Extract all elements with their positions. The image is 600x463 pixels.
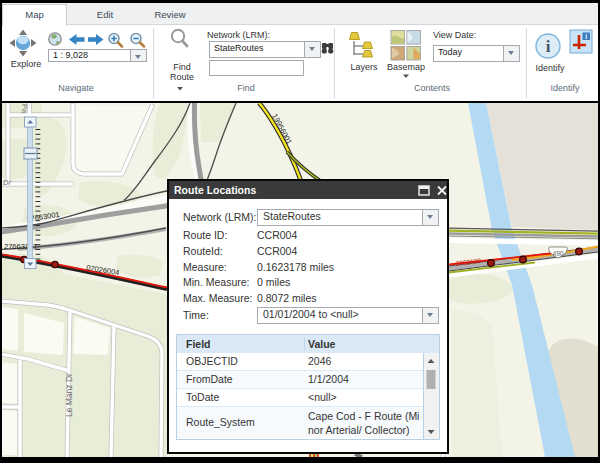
svg-text:i: i: [546, 37, 551, 56]
svg-text:2766310T: 2766310T: [4, 242, 38, 251]
svg-text:Dr: Dr: [3, 178, 11, 187]
svg-text:i: i: [585, 33, 587, 40]
svg-text:490: 490: [552, 250, 563, 257]
svg-text:Pa: Pa: [20, 104, 29, 114]
svg-text:Le Manz Dr: Le Manz Dr: [64, 373, 74, 417]
